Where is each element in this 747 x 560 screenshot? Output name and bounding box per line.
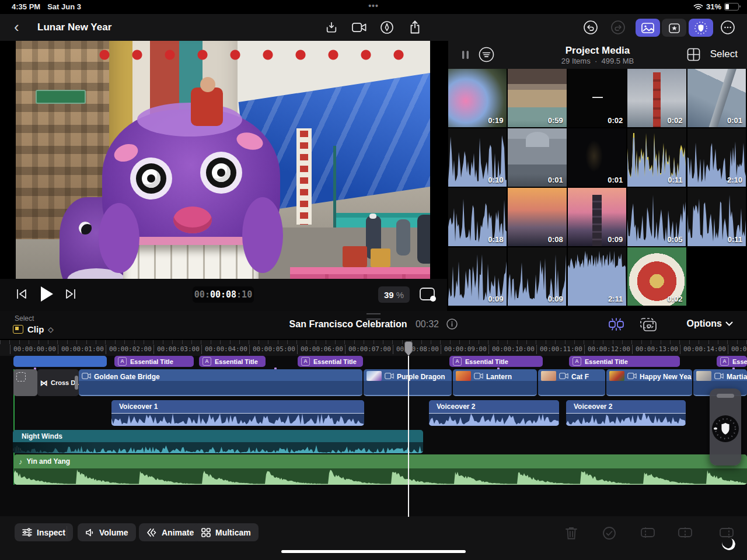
media-duration: 0:11 bbox=[668, 176, 682, 184]
more-icon[interactable] bbox=[719, 19, 736, 36]
media-item[interactable]: 0:01 bbox=[687, 69, 746, 127]
transition-clip[interactable]: ⋈Cross Di... bbox=[37, 369, 79, 396]
jog-wheel-handle[interactable] bbox=[717, 394, 734, 398]
transition-icon: ⋈ bbox=[40, 379, 48, 387]
title-clip[interactable]: AEssential Title bbox=[717, 356, 747, 367]
ruler-label: 00:00:13:00 bbox=[632, 345, 678, 354]
media-item[interactable]: 0:01 bbox=[508, 128, 566, 187]
import-icon[interactable] bbox=[323, 19, 340, 36]
viewer-preview[interactable] bbox=[16, 41, 430, 279]
skip-back-button[interactable] bbox=[16, 288, 27, 300]
media-item[interactable]: 0:11 bbox=[627, 128, 686, 187]
trim-left-icon[interactable] bbox=[640, 526, 655, 539]
title-clip-selected[interactable] bbox=[13, 356, 107, 367]
media-duration: 0:10 bbox=[488, 176, 503, 184]
delete-icon[interactable] bbox=[565, 526, 578, 540]
ruler-label: 00:00:03:00 bbox=[153, 345, 200, 354]
media-item[interactable]: 0:10 bbox=[448, 128, 507, 187]
toolbar-divider bbox=[67, 526, 67, 538]
media-item[interactable]: 0:09 bbox=[448, 247, 507, 306]
redo-icon[interactable] bbox=[609, 19, 627, 36]
transition-handle[interactable] bbox=[75, 376, 78, 390]
back-button[interactable]: ‹ bbox=[14, 19, 19, 34]
home-indicator[interactable] bbox=[281, 550, 466, 553]
select-button[interactable]: Select bbox=[710, 48, 738, 60]
media-item[interactable]: 0:02 bbox=[627, 247, 686, 306]
info-icon[interactable] bbox=[446, 318, 458, 330]
media-duration: 0:09 bbox=[608, 235, 623, 244]
options-button[interactable]: Options bbox=[687, 318, 733, 329]
timecode-display[interactable]: 00:00:08:10 bbox=[193, 286, 254, 303]
trim-middle-icon[interactable] bbox=[678, 526, 693, 539]
camera-icon[interactable] bbox=[350, 19, 368, 36]
media-item[interactable]: 0:11 bbox=[687, 188, 746, 246]
media-duration: 0:19 bbox=[488, 116, 503, 125]
undo-icon[interactable] bbox=[582, 19, 599, 36]
media-item[interactable]: 0:18 bbox=[448, 188, 507, 246]
video-clip[interactable]: Happy New Yea bbox=[606, 369, 692, 396]
playhead-line[interactable] bbox=[408, 356, 409, 517]
playhead-handle[interactable] bbox=[404, 341, 413, 353]
preview-goods-red bbox=[343, 246, 367, 267]
music-label: Yin and Yang bbox=[27, 457, 71, 466]
media-duration: 0:05 bbox=[668, 235, 683, 244]
voiceover-label: Voiceover 2 bbox=[437, 402, 475, 411]
magnetic-timeline-icon[interactable] bbox=[607, 317, 626, 331]
jog-dial-button[interactable] bbox=[689, 19, 713, 37]
title-clip[interactable]: AEssential Title bbox=[449, 356, 543, 367]
music-clip-night-winds[interactable]: Night Winds bbox=[13, 430, 423, 453]
music-note-icon: ♪ bbox=[19, 457, 23, 466]
viewer-zoom-control[interactable]: 39 % bbox=[378, 286, 410, 303]
video-clip[interactable]: Golden Gate Bridge bbox=[79, 369, 362, 396]
video-clip[interactable]: Lantern bbox=[453, 369, 537, 396]
media-item[interactable]: 0:05 bbox=[627, 188, 686, 246]
titles-effects-button[interactable] bbox=[662, 19, 686, 37]
title-clip[interactable]: AEssential Title bbox=[114, 356, 194, 367]
media-panel-title: Project Media bbox=[448, 45, 747, 57]
jog-wheel[interactable] bbox=[710, 388, 741, 466]
volume-button[interactable]: Volume bbox=[78, 523, 136, 541]
play-button[interactable] bbox=[40, 286, 54, 302]
voiceover-clip[interactable]: Voiceover 2 bbox=[429, 400, 559, 426]
top-toolbar: ‹ Lunar New Year bbox=[0, 14, 747, 41]
voiceover-clip[interactable]: Voiceover 2 bbox=[566, 400, 686, 426]
zoom-value: 39 bbox=[384, 290, 394, 300]
title-clip[interactable]: AEssential Title bbox=[569, 356, 680, 367]
approve-icon[interactable] bbox=[602, 526, 616, 540]
timeline-ruler[interactable]: 00:00:00:0000:00:01:0000:00:02:0000:00:0… bbox=[0, 340, 747, 356]
voiceover-header: Voiceover 2 bbox=[566, 400, 686, 413]
apple-pencil-icon[interactable] bbox=[378, 19, 396, 36]
media-duration: 0:09 bbox=[548, 295, 563, 303]
share-icon[interactable] bbox=[406, 19, 424, 36]
media-browser-button[interactable] bbox=[636, 19, 660, 37]
video-clip-label: Lantern bbox=[486, 373, 512, 381]
media-item[interactable]: 0:02 bbox=[568, 69, 626, 127]
jog-wheel-dial[interactable] bbox=[712, 415, 739, 442]
video-clip[interactable]: Cat F bbox=[538, 369, 605, 396]
grid-view-icon[interactable] bbox=[687, 48, 700, 61]
viewer-display-options-icon[interactable] bbox=[419, 287, 437, 302]
media-item[interactable]: 0:59 bbox=[508, 69, 566, 127]
media-item[interactable]: 2:10 bbox=[687, 128, 746, 187]
title-clip[interactable]: AEssential Title bbox=[298, 356, 363, 367]
media-item[interactable]: 0:09 bbox=[508, 247, 566, 306]
clip-overlay-icon[interactable] bbox=[640, 317, 657, 332]
media-item[interactable]: 0:19 bbox=[448, 69, 507, 127]
gap-clip[interactable] bbox=[13, 369, 37, 396]
inspect-button[interactable]: Inspect bbox=[15, 523, 73, 541]
timeline-project-duration: 00:32 bbox=[416, 319, 439, 329]
title-clip[interactable]: AEssential Title bbox=[199, 356, 266, 367]
media-item[interactable]: 0:02 bbox=[627, 69, 686, 127]
media-item[interactable]: 0:09 bbox=[568, 188, 626, 246]
multicam-button[interactable]: Multicam bbox=[194, 523, 259, 541]
music-clip-yin-and-yang[interactable]: ♪Yin and Yang bbox=[14, 454, 747, 485]
music-header: Night Winds bbox=[13, 430, 423, 442]
multitask-dots[interactable]: ••• bbox=[0, 1, 747, 10]
media-item[interactable]: 0:01 bbox=[568, 128, 626, 187]
trim-right-icon[interactable] bbox=[719, 526, 734, 539]
voiceover-clip[interactable]: Voiceover 1 bbox=[111, 400, 364, 426]
skip-forward-button[interactable] bbox=[65, 288, 76, 300]
animate-button[interactable]: Animate bbox=[139, 523, 201, 541]
media-item[interactable]: 2:11 bbox=[568, 247, 626, 306]
media-item[interactable]: 0:08 bbox=[508, 188, 566, 246]
